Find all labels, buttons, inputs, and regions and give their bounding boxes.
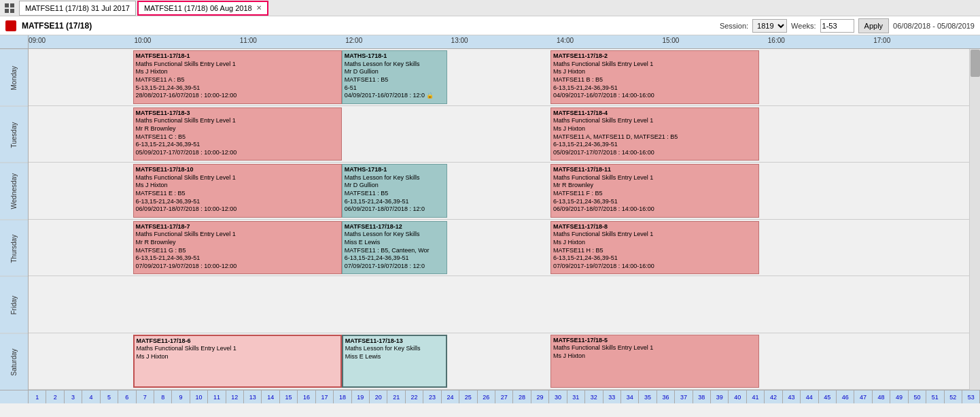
week-num-18[interactable]: 18 (334, 390, 351, 403)
week-num-13[interactable]: 13 (244, 390, 262, 403)
event-wed-2[interactable]: MATHS-1718-1Maths Lesson for Key SkillsM… (342, 164, 447, 218)
session-select[interactable]: 1819 (752, 19, 787, 33)
week-num-47[interactable]: 47 (854, 390, 872, 403)
week-num-28[interactable]: 28 (513, 390, 531, 403)
time-label: 13:00 (451, 37, 468, 44)
event-wed-1[interactable]: MATFSE11-17/18-10Maths Functional Skills… (133, 164, 342, 218)
vertical-scrollbar[interactable] (969, 49, 980, 390)
week-num-33[interactable]: 33 (603, 390, 621, 403)
time-slots: 09:0010:0011:0012:0013:0014:0015:0016:00… (29, 35, 980, 48)
week-num-44[interactable]: 44 (801, 390, 818, 403)
week-num-31[interactable]: 31 (567, 390, 585, 403)
event-sat-2[interactable]: MATFSE11-17/18-13Maths Lesson for Key Sk… (342, 335, 447, 388)
day-label-tuesday: Tuesday (0, 106, 28, 163)
week-num-43[interactable]: 43 (783, 390, 801, 403)
week-num-26[interactable]: 26 (478, 390, 495, 403)
week-num-52[interactable]: 52 (945, 390, 962, 403)
week-num-17[interactable]: 17 (316, 390, 334, 403)
time-label: 15:00 (662, 37, 679, 44)
event-tue-2[interactable]: MATFSE11-17/18-4Maths Functional Skills … (550, 107, 759, 161)
tab-2[interactable]: MATFSE11 (17/18) 06 Aug 2018 ✕ (137, 1, 268, 16)
week-num-39[interactable]: 39 (711, 390, 729, 403)
time-label: 17:00 (873, 37, 890, 44)
weeks-input[interactable] (820, 19, 854, 33)
week-num-45[interactable]: 45 (819, 390, 837, 403)
week-num-9[interactable]: 9 (172, 390, 190, 403)
event-wed-3[interactable]: MATFSE11-17/18-11Maths Functional Skills… (550, 164, 759, 218)
week-num-7[interactable]: 7 (137, 390, 154, 403)
week-num-49[interactable]: 49 (890, 390, 908, 403)
event-sat-3[interactable]: MATFSE11-17/18-5Maths Functional Skills … (550, 335, 759, 388)
day-row-friday (29, 276, 969, 333)
apply-button[interactable]: Apply (858, 18, 890, 33)
week-num-21[interactable]: 21 (387, 390, 405, 403)
week-num-53[interactable]: 53 (962, 390, 980, 403)
week-num-12[interactable]: 12 (226, 390, 244, 403)
day-labels: MondayTuesdayWednesdayThursdayFridaySatu… (0, 49, 29, 390)
week-num-41[interactable]: 41 (747, 390, 765, 403)
day-label-friday: Friday (0, 276, 28, 333)
tab-2-close[interactable]: ✕ (256, 4, 262, 12)
week-num-8[interactable]: 8 (154, 390, 172, 403)
week-num-25[interactable]: 25 (459, 390, 477, 403)
event-thu-1[interactable]: MATFSE11-17/18-7Maths Functional Skills … (133, 221, 342, 275)
week-num-16[interactable]: 16 (298, 390, 315, 403)
week-num-46[interactable]: 46 (837, 390, 854, 403)
scrollbar-thumb[interactable] (970, 50, 980, 77)
week-num-30[interactable]: 30 (549, 390, 567, 403)
week-num-11[interactable]: 11 (208, 390, 226, 403)
event-mon-1[interactable]: MATFSE11-17/18-1Maths Functional Skills … (133, 50, 342, 104)
week-num-20[interactable]: 20 (370, 390, 387, 403)
week-num-48[interactable]: 48 (873, 390, 890, 403)
week-num-15[interactable]: 15 (280, 390, 298, 403)
week-num-51[interactable]: 51 (926, 390, 944, 403)
event-sat-1[interactable]: MATFSE11-17/18-6Maths Functional Skills … (133, 335, 342, 388)
time-label: 16:00 (768, 37, 785, 44)
event-tue-1[interactable]: MATFSE11-17/18-3Maths Functional Skills … (133, 107, 342, 161)
week-numbers: 1234567891011121314151617181920212223242… (29, 390, 980, 403)
app-logo (5, 20, 16, 31)
week-num-19[interactable]: 19 (352, 390, 370, 403)
event-thu-3[interactable]: MATFSE11-17/18-8Maths Functional Skills … (550, 221, 759, 275)
event-thu-2[interactable]: MATFSE11-17/18-12Maths Lesson for Key Sk… (342, 221, 447, 275)
week-num-4[interactable]: 4 (82, 390, 100, 403)
tab-2-label: MATFSE11 (17/18) 06 Aug 2018 (144, 4, 252, 12)
time-label: 09:00 (29, 37, 46, 44)
week-num-38[interactable]: 38 (693, 390, 711, 403)
week-num-36[interactable]: 36 (657, 390, 675, 403)
week-num-14[interactable]: 14 (262, 390, 279, 403)
week-num-5[interactable]: 5 (101, 390, 118, 403)
week-num-32[interactable]: 32 (585, 390, 603, 403)
event-mon-2[interactable]: MATHS-1718-1Maths Lesson for Key SkillsM… (342, 50, 447, 104)
week-num-34[interactable]: 34 (621, 390, 639, 403)
week-num-35[interactable]: 35 (639, 390, 657, 403)
week-num-2[interactable]: 2 (46, 390, 64, 403)
week-num-6[interactable]: 6 (118, 390, 136, 403)
day-label-thursday: Thursday (0, 220, 28, 277)
time-label: 14:00 (557, 37, 574, 44)
week-num-3[interactable]: 3 (65, 390, 82, 403)
week-num-27[interactable]: 27 (495, 390, 513, 403)
day-row-thursday: MATFSE11-17/18-7Maths Functional Skills … (29, 220, 969, 277)
time-label: 10:00 (134, 37, 151, 44)
week-num-40[interactable]: 40 (729, 390, 746, 403)
week-num-22[interactable]: 22 (406, 390, 423, 403)
week-num-37[interactable]: 37 (675, 390, 693, 403)
tab-1[interactable]: MATFSE11 (17/18) 31 Jul 2017 (19, 1, 136, 16)
week-bar: 1234567891011121314151617181920212223242… (0, 390, 980, 403)
week-num-29[interactable]: 29 (531, 390, 549, 403)
week-num-24[interactable]: 24 (442, 390, 459, 403)
week-num-1[interactable]: 1 (29, 390, 46, 403)
weeks-label: Weeks: (791, 22, 816, 30)
event-mon-3[interactable]: MATFSE11-17/18-2Maths Functional Skills … (550, 50, 759, 104)
svg-rect-2 (5, 9, 9, 13)
week-num-23[interactable]: 23 (423, 390, 441, 403)
week-num-50[interactable]: 50 (909, 390, 926, 403)
week-num-42[interactable]: 42 (765, 390, 782, 403)
grid-icon[interactable] (3, 1, 16, 15)
time-label: 12:00 (345, 37, 362, 44)
day-row-saturday: MATFSE11-17/18-6Maths Functional Skills … (29, 333, 969, 390)
time-header: 09:0010:0011:0012:0013:0014:0015:0016:00… (0, 35, 980, 49)
week-num-10[interactable]: 10 (190, 390, 208, 403)
svg-rect-1 (10, 3, 14, 7)
